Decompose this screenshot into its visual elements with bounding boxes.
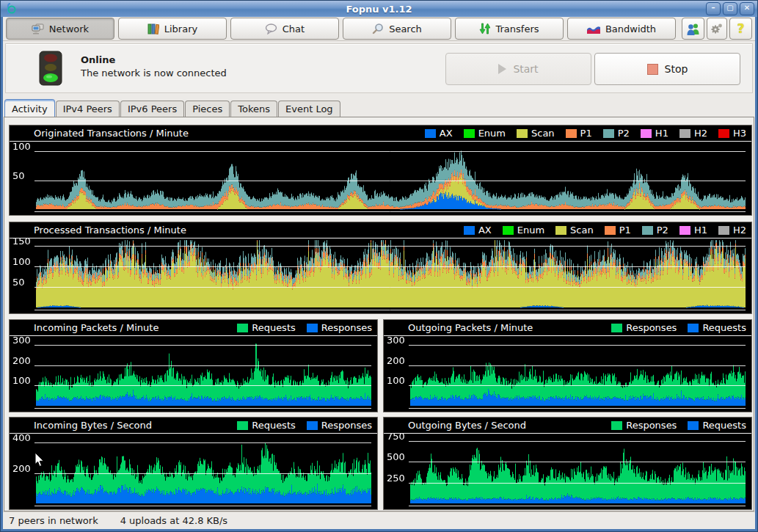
stop-button[interactable]: Stop <box>594 53 740 85</box>
connection-status-panel: Online The network is now connected Star… <box>5 43 753 93</box>
transfers-button[interactable]: Transfers <box>455 18 564 40</box>
legend-label: P2 <box>618 128 630 139</box>
network-state-message: The network is now connected <box>81 68 227 79</box>
tab-ipv4-peers[interactable]: IPv4 Peers <box>56 101 120 117</box>
chart-outgoing-packets: Outgoing Packets / Minute ResponsesReque… <box>383 319 752 412</box>
legend-item: AX <box>464 225 492 236</box>
chart-title: Outgoing Packets / Minute <box>408 322 533 333</box>
minimize-button[interactable]: – <box>706 2 721 15</box>
legend-swatch-icon <box>718 226 729 235</box>
chart-originated-transactions: Originated Transactions / Minute AXEnumS… <box>9 125 752 216</box>
legend-swatch-icon <box>679 129 690 138</box>
library-button-label: Library <box>164 23 197 34</box>
status-bar: 7 peers in network 4 uploads at 42.8 KB/… <box>3 511 755 529</box>
fopnu-logo-icon <box>4 2 18 15</box>
legend-swatch-icon <box>688 324 699 332</box>
window-content: Network Library Chat <box>3 17 755 529</box>
chat-button[interactable]: Chat <box>230 18 339 40</box>
legend-item: P1 <box>605 225 631 236</box>
help-button[interactable]: ? <box>729 18 752 40</box>
legend-item: Scan <box>555 225 594 236</box>
legend-swatch-icon <box>611 421 622 430</box>
start-button-label: Start <box>513 63 538 75</box>
maximize-button[interactable]: ▢ <box>723 2 737 15</box>
chart-title: Processed Transactions / Minute <box>34 225 186 236</box>
legend-swatch-icon <box>603 129 614 138</box>
legend-label: Responses <box>321 322 372 333</box>
speech-bubble-icon <box>265 23 277 34</box>
legend-item: P2 <box>642 225 668 236</box>
chart-canvas <box>384 434 750 509</box>
close-button[interactable]: ✕ <box>740 2 754 15</box>
legend-item: Responses <box>307 322 372 333</box>
chat-button-label: Chat <box>283 23 305 34</box>
title-bar[interactable]: Fopnu v1.12 – ▢ ✕ <box>1 1 757 17</box>
bandwidth-button-label: Bandwidth <box>605 23 656 34</box>
legend-label: AX <box>440 128 453 139</box>
library-button[interactable]: Library <box>118 18 227 40</box>
chart-legend: AXEnumScanP1P2H1H2H3 <box>425 128 746 139</box>
legend-item: Enum <box>464 128 506 139</box>
legend-label: H3 <box>733 128 746 139</box>
users-button[interactable] <box>682 18 704 40</box>
legend-label: Requests <box>702 420 746 431</box>
legend-swatch-icon <box>517 129 528 138</box>
chart-processed-transactions: Processed Transactions / Minute AXEnumSc… <box>9 222 752 314</box>
search-button-label: Search <box>389 23 422 34</box>
magnifier-icon <box>372 23 384 34</box>
window-title: Fopnu v1.12 <box>1 4 757 15</box>
tab-activity[interactable]: Activity <box>4 99 55 117</box>
legend-item: H1 <box>641 128 668 139</box>
tab-pieces[interactable]: Pieces <box>185 101 230 117</box>
legend-swatch-icon <box>425 129 436 138</box>
legend-item: H1 <box>679 225 707 236</box>
books-icon <box>147 23 159 34</box>
legend-swatch-icon <box>642 226 653 235</box>
legend-swatch-icon <box>307 421 318 430</box>
legend-swatch-icon <box>605 226 616 235</box>
legend-label: P1 <box>580 128 592 139</box>
stop-button-label: Stop <box>665 63 688 75</box>
legend-swatch-icon <box>464 129 475 138</box>
traffic-light-icon <box>39 51 62 86</box>
tab-ipv6-peers[interactable]: IPv6 Peers <box>120 101 184 117</box>
legend-swatch-icon <box>503 226 514 235</box>
legend-label: Enum <box>478 128 506 139</box>
legend-label: AX <box>478 225 492 236</box>
play-icon <box>498 64 506 74</box>
legend-label: P2 <box>657 225 668 236</box>
legend-item: Responses <box>611 420 677 431</box>
search-button[interactable]: Search <box>343 18 451 40</box>
tab-event-log[interactable]: Event Log <box>278 101 340 117</box>
uploads-label: 4 uploads at 42.8 KB/s <box>120 515 227 526</box>
legend-label: P1 <box>619 225 631 236</box>
users-icon <box>686 23 701 35</box>
legend-label: Scan <box>570 225 594 236</box>
activity-tab-panel: Originated Transactions / Minute AXEnumS… <box>4 117 754 511</box>
legend-label: Requests <box>252 420 296 431</box>
main-toolbar: Network Library Chat <box>3 17 755 41</box>
chart-title: Originated Transactions / Minute <box>34 128 189 139</box>
legend-label: H1 <box>694 225 707 236</box>
bandwidth-button[interactable]: Bandwidth <box>567 18 676 40</box>
settings-button[interactable] <box>707 18 727 40</box>
start-button[interactable]: Start <box>445 53 591 85</box>
chart-canvas <box>10 238 750 313</box>
transfers-button-label: Transfers <box>495 23 539 34</box>
chart-canvas <box>384 336 750 411</box>
chart-legend: ResponsesRequests <box>611 322 746 333</box>
chart-incoming-bytes: Incoming Bytes / Second RequestsResponse… <box>9 417 378 510</box>
legend-swatch-icon <box>718 129 729 138</box>
view-tabs: Activity IPv4 Peers IPv6 Peers Pieces To… <box>4 99 341 117</box>
tab-tokens[interactable]: Tokens <box>230 101 277 117</box>
legend-item: Enum <box>503 225 544 236</box>
legend-swatch-icon <box>679 226 690 235</box>
legend-item: AX <box>425 128 453 139</box>
legend-item: P2 <box>603 128 630 139</box>
network-button[interactable]: Network <box>6 18 114 40</box>
chart-canvas <box>10 142 750 214</box>
legend-label: H2 <box>694 128 707 139</box>
chart-legend: ResponsesRequests <box>611 420 746 431</box>
legend-item: Requests <box>688 322 746 333</box>
legend-item: H2 <box>718 225 746 236</box>
